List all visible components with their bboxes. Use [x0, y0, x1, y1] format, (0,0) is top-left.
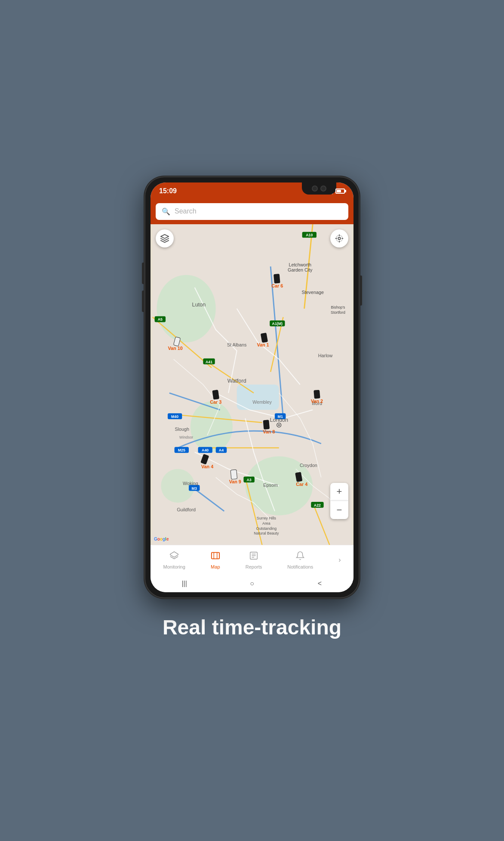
recents-button[interactable]: ||| [178, 577, 191, 590]
zoom-in-button[interactable]: + [330, 483, 348, 501]
svg-point-1 [157, 275, 215, 342]
svg-text:Van 8: Van 8 [263, 429, 275, 434]
volume-up-button[interactable] [142, 263, 144, 284]
svg-text:A10: A10 [306, 233, 313, 237]
svg-text:Van 2: Van 2 [311, 398, 323, 403]
svg-rect-10 [203, 358, 215, 364]
svg-text:Van 4: Van 4 [201, 464, 213, 469]
phone-wrapper: 15:09 🔍 Search [144, 176, 360, 598]
svg-rect-60 [212, 390, 219, 399]
svg-text:Slough: Slough [175, 427, 190, 432]
time-display: 15:09 [159, 187, 177, 195]
svg-rect-58 [173, 337, 180, 346]
svg-text:Stortford: Stortford [331, 310, 345, 314]
svg-rect-64 [263, 420, 270, 430]
phone-screen: 15:09 🔍 Search [151, 182, 353, 592]
svg-text:A5: A5 [158, 317, 163, 322]
svg-rect-12 [270, 320, 285, 326]
nav-item-map[interactable]: Map [206, 547, 225, 573]
svg-text:Letchworth: Letchworth [289, 262, 311, 267]
search-bar[interactable]: 🔍 Search [156, 203, 348, 220]
nav-item-monitoring[interactable]: Monitoring [158, 547, 190, 573]
nav-item-notifications[interactable]: Notifications [282, 547, 318, 573]
svg-rect-8 [155, 316, 166, 322]
svg-text:Stevenage: Stevenage [301, 289, 323, 294]
zoom-controls: + − [330, 483, 348, 519]
volume-down-button[interactable] [142, 291, 144, 312]
svg-text:Woking: Woking [183, 480, 198, 485]
svg-point-2 [191, 401, 233, 452]
map-layer-button[interactable] [156, 229, 174, 247]
svg-rect-70 [295, 472, 302, 482]
svg-text:Wembley: Wembley [252, 399, 272, 404]
monitoring-icon [169, 551, 179, 563]
svg-rect-24 [189, 485, 200, 491]
map-container[interactable]: A10 A5 A41 A1(M) M40 A40 M25 A4 M1 M3 [151, 224, 353, 545]
layers-icon [160, 234, 169, 243]
svg-rect-6 [302, 232, 317, 238]
svg-text:Van 1: Van 1 [257, 342, 269, 347]
svg-rect-0 [153, 224, 352, 545]
location-icon [335, 234, 344, 243]
reports-icon [249, 551, 258, 563]
home-button[interactable]: ○ [246, 577, 258, 590]
svg-rect-62 [313, 390, 320, 399]
notifications-icon [295, 551, 305, 563]
nav-item-reports[interactable]: Reports [240, 547, 267, 573]
svg-text:Windsor: Windsor [179, 435, 193, 439]
svg-text:A3: A3 [247, 477, 252, 482]
svg-text:A22: A22 [314, 503, 321, 507]
google-logo: Google [154, 537, 169, 541]
svg-point-53 [278, 424, 280, 426]
nav-item-more[interactable]: › [333, 553, 346, 567]
svg-rect-14 [168, 413, 182, 419]
svg-text:Epsom: Epsom [263, 482, 278, 487]
svg-text:Car 3: Car 3 [210, 399, 221, 404]
camera-notch [302, 182, 336, 195]
svg-rect-16 [198, 447, 212, 453]
map-svg: A10 A5 A41 A1(M) M40 A40 M25 A4 M1 M3 [151, 224, 353, 545]
svg-text:Luton: Luton [192, 301, 206, 308]
svg-text:Bishop's: Bishop's [331, 305, 345, 309]
more-icon: › [338, 556, 341, 564]
status-bar: 15:09 [151, 182, 353, 200]
svg-rect-68 [230, 469, 237, 479]
android-nav-bar: ||| ○ < [151, 575, 353, 592]
svg-rect-22 [275, 413, 286, 419]
svg-text:St Albans: St Albans [227, 342, 247, 347]
svg-text:Ilford: Ilford [312, 400, 322, 405]
svg-text:Van 10: Van 10 [168, 346, 183, 351]
power-button[interactable] [360, 275, 362, 306]
svg-point-77 [336, 235, 343, 241]
svg-text:Watford: Watford [227, 377, 246, 383]
battery-icon [335, 189, 345, 194]
svg-text:Outstanding: Outstanding [256, 526, 277, 530]
svg-rect-5 [237, 384, 279, 410]
svg-text:M25: M25 [178, 448, 185, 452]
svg-text:Natural Beauty: Natural Beauty [254, 531, 279, 535]
svg-text:M3: M3 [192, 486, 197, 490]
svg-point-52 [277, 423, 281, 427]
svg-text:A1(M): A1(M) [272, 322, 283, 326]
svg-text:Van 9: Van 9 [229, 479, 241, 484]
map-location-button[interactable] [330, 229, 348, 247]
svg-rect-78 [212, 552, 219, 559]
svg-text:Croydon: Croydon [300, 462, 317, 467]
search-bar-container: 🔍 Search [151, 200, 353, 224]
svg-rect-54 [274, 274, 280, 284]
svg-text:Area: Area [262, 521, 270, 525]
svg-text:A40: A40 [202, 448, 209, 452]
back-button[interactable]: < [313, 577, 326, 590]
svg-text:M40: M40 [171, 414, 178, 418]
svg-text:A4: A4 [219, 448, 224, 452]
camera-lens-main [312, 186, 318, 192]
bottom-navigation: Monitoring Map [151, 545, 353, 575]
zoom-out-button[interactable]: − [330, 501, 348, 519]
svg-text:Guildford: Guildford [177, 507, 196, 512]
camera-lens-secondary [320, 186, 326, 192]
svg-rect-66 [200, 454, 209, 464]
tagline: Real time-tracking [163, 615, 341, 639]
svg-text:A41: A41 [206, 359, 212, 364]
nav-label-reports: Reports [246, 564, 262, 569]
svg-text:London: London [270, 416, 288, 423]
